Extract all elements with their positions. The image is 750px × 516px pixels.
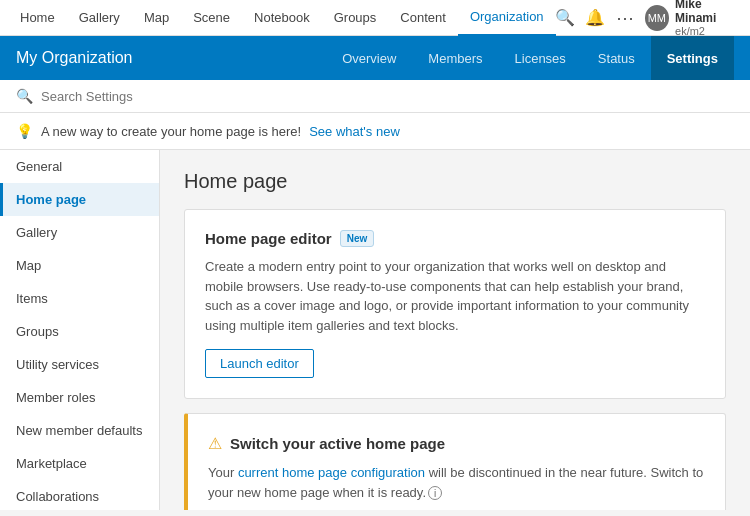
editor-card-description: Create a modern entry point to your orga… bbox=[205, 257, 705, 335]
info-banner: 💡 A new way to create your home page is … bbox=[0, 113, 750, 150]
sidebar-item-collaborations[interactable]: Collaborations bbox=[0, 480, 159, 510]
tab-licenses[interactable]: Licenses bbox=[499, 36, 582, 80]
warning-icon: ⚠ bbox=[208, 434, 222, 453]
tab-status[interactable]: Status bbox=[582, 36, 651, 80]
banner-link[interactable]: See what's new bbox=[309, 124, 400, 139]
top-nav: Home Gallery Map Scene Notebook Groups C… bbox=[0, 0, 750, 36]
bell-icon[interactable]: 🔔 bbox=[586, 9, 604, 27]
editor-card-title: Home page editor New bbox=[205, 230, 705, 247]
user-name: Mike Minami bbox=[675, 0, 742, 25]
org-title: My Organization bbox=[16, 49, 326, 67]
sidebar-item-marketplace[interactable]: Marketplace bbox=[0, 447, 159, 480]
user-menu[interactable]: MM Mike Minami ek/m2 bbox=[645, 0, 742, 38]
search-bar: 🔍 bbox=[0, 80, 750, 113]
tab-members[interactable]: Members bbox=[412, 36, 498, 80]
sidebar-item-homepage[interactable]: Home page bbox=[0, 183, 159, 216]
info-icon[interactable]: i bbox=[428, 486, 442, 500]
avatar: MM bbox=[645, 5, 669, 31]
org-header: My Organization Overview Members License… bbox=[0, 36, 750, 80]
sidebar-item-new-member-defaults[interactable]: New member defaults bbox=[0, 414, 159, 447]
new-badge: New bbox=[340, 230, 375, 247]
nav-notebook[interactable]: Notebook bbox=[242, 0, 322, 36]
search-icon[interactable]: 🔍 bbox=[556, 9, 574, 27]
banner-text: A new way to create your home page is he… bbox=[41, 124, 301, 139]
sidebar-item-utility-services[interactable]: Utility services bbox=[0, 348, 159, 381]
org-tabs: Overview Members Licenses Status Setting… bbox=[326, 36, 734, 80]
nav-map[interactable]: Map bbox=[132, 0, 181, 36]
warning-header: ⚠ Switch your active home page bbox=[208, 434, 705, 453]
switch-card-description: Your current home page configuration wil… bbox=[208, 463, 705, 502]
main-layout: General Home page Gallery Map Items Grou… bbox=[0, 150, 750, 510]
sidebar-item-gallery[interactable]: Gallery bbox=[0, 216, 159, 249]
sidebar-item-member-roles[interactable]: Member roles bbox=[0, 381, 159, 414]
editor-card: Home page editor New Create a modern ent… bbox=[184, 209, 726, 399]
top-nav-right: 🔍 🔔 ⋯ MM Mike Minami ek/m2 bbox=[556, 0, 742, 38]
sidebar-item-groups[interactable]: Groups bbox=[0, 315, 159, 348]
switch-card: ⚠ Switch your active home page Your curr… bbox=[184, 413, 726, 510]
sidebar: General Home page Gallery Map Items Grou… bbox=[0, 150, 160, 510]
nav-home[interactable]: Home bbox=[8, 0, 67, 36]
launch-editor-button[interactable]: Launch editor bbox=[205, 349, 314, 378]
search-icon-small: 🔍 bbox=[16, 88, 33, 104]
content-area: Home page Home page editor New Create a … bbox=[160, 150, 750, 510]
nav-scene[interactable]: Scene bbox=[181, 0, 242, 36]
sidebar-item-map[interactable]: Map bbox=[0, 249, 159, 282]
nav-gallery[interactable]: Gallery bbox=[67, 0, 132, 36]
sidebar-item-items[interactable]: Items bbox=[0, 282, 159, 315]
switch-card-title: Switch your active home page bbox=[230, 435, 445, 452]
nav-content[interactable]: Content bbox=[388, 0, 458, 36]
nav-groups[interactable]: Groups bbox=[322, 0, 389, 36]
grid-icon[interactable]: ⋯ bbox=[616, 9, 633, 27]
tab-settings[interactable]: Settings bbox=[651, 36, 734, 80]
nav-organization[interactable]: Organization bbox=[458, 0, 556, 36]
tab-overview[interactable]: Overview bbox=[326, 36, 412, 80]
top-nav-links: Home Gallery Map Scene Notebook Groups C… bbox=[8, 0, 556, 36]
user-info: Mike Minami ek/m2 bbox=[675, 0, 742, 38]
homepage-config-link[interactable]: current home page configuration bbox=[238, 465, 425, 480]
sidebar-item-general[interactable]: General bbox=[0, 150, 159, 183]
page-title: Home page bbox=[184, 170, 726, 193]
search-input[interactable] bbox=[41, 89, 734, 104]
bulb-icon: 💡 bbox=[16, 123, 33, 139]
